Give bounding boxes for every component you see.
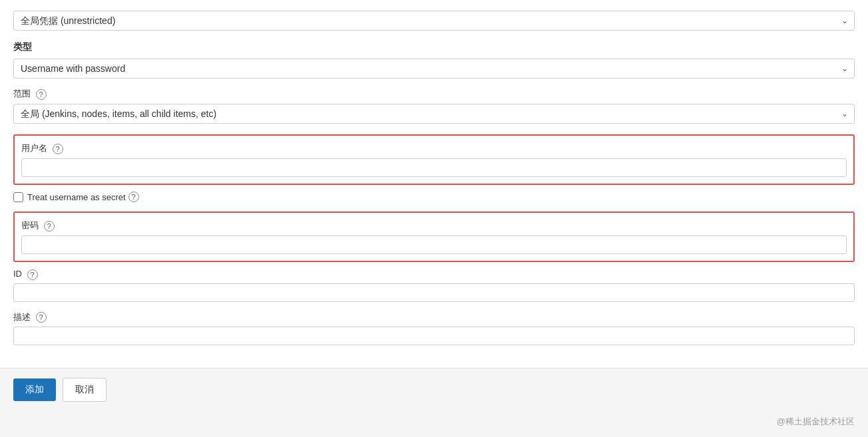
id-section: ID ? bbox=[13, 269, 855, 302]
page-container: 全局凭据 (unrestricted) ⌄ 类型 Username with p… bbox=[0, 0, 868, 437]
id-field-label: ID ? bbox=[13, 269, 855, 280]
global-credential-row: 全局凭据 (unrestricted) ⌄ bbox=[13, 11, 855, 31]
password-help-icon[interactable]: ? bbox=[44, 221, 55, 231]
description-field-label: 描述 ? bbox=[13, 311, 855, 323]
treat-username-label: Treat username as secret bbox=[27, 192, 126, 202]
scope-header: 范围 ? bbox=[13, 88, 855, 100]
type-label: 类型 bbox=[13, 41, 855, 53]
scope-label: 范围 bbox=[13, 88, 31, 98]
id-label-text: ID bbox=[13, 269, 22, 279]
description-input[interactable] bbox=[13, 327, 855, 345]
bottom-bar: 添加 取消 bbox=[0, 368, 868, 411]
scope-select-wrapper: 全局 (Jenkins, nodes, items, all child ite… bbox=[13, 104, 855, 124]
password-input[interactable] bbox=[21, 235, 847, 254]
username-input[interactable] bbox=[21, 158, 847, 177]
password-outlined-box: 密码 ? bbox=[13, 212, 855, 262]
id-input[interactable] bbox=[13, 283, 855, 302]
description-section: 描述 ? bbox=[13, 311, 855, 345]
cancel-button[interactable]: 取消 bbox=[63, 378, 107, 402]
password-label-text: 密码 bbox=[21, 220, 39, 230]
username-outlined-box: 用户名 ? bbox=[13, 134, 855, 185]
id-help-icon[interactable]: ? bbox=[27, 269, 38, 280]
watermark: @稀土掘金技术社区 bbox=[777, 416, 855, 428]
username-label-text: 用户名 bbox=[21, 143, 47, 153]
username-field-label: 用户名 ? bbox=[21, 142, 847, 154]
scope-help-icon[interactable]: ? bbox=[36, 89, 47, 100]
type-section: 类型 Username with password ⌄ bbox=[13, 41, 855, 78]
scope-section: 范围 ? 全局 (Jenkins, nodes, items, all chil… bbox=[13, 88, 855, 124]
global-credential-select[interactable]: 全局凭据 (unrestricted) bbox=[13, 11, 855, 31]
treat-username-help-icon[interactable]: ? bbox=[128, 192, 139, 202]
type-select-wrapper: Username with password ⌄ bbox=[13, 59, 855, 78]
add-button[interactable]: 添加 bbox=[13, 378, 56, 401]
description-help-icon[interactable]: ? bbox=[36, 312, 47, 323]
type-select[interactable]: Username with password bbox=[13, 59, 855, 78]
password-field-label: 密码 ? bbox=[21, 219, 847, 231]
description-label-text: 描述 bbox=[13, 312, 31, 322]
treat-username-row: Treat username as secret ? bbox=[13, 192, 855, 202]
scope-select[interactable]: 全局 (Jenkins, nodes, items, all child ite… bbox=[13, 104, 855, 124]
treat-username-checkbox[interactable] bbox=[13, 192, 23, 202]
global-credential-select-wrapper: 全局凭据 (unrestricted) ⌄ bbox=[13, 11, 855, 31]
form-area: 全局凭据 (unrestricted) ⌄ 类型 Username with p… bbox=[0, 0, 868, 368]
username-help-icon[interactable]: ? bbox=[53, 144, 63, 154]
